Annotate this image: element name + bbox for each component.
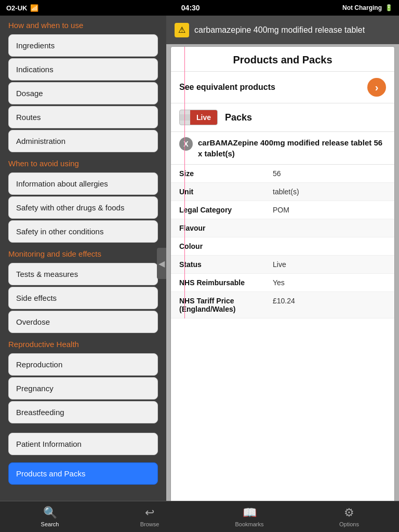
sidebar-item-dosage[interactable]: Dosage [8,82,158,104]
info-row-size: Size 56 [171,165,394,183]
sidebar-item-routes[interactable]: Routes [8,106,158,128]
sidebar-item-tests[interactable]: Tests & measures [8,263,158,285]
info-row-colour: Colour [171,237,394,256]
tab-bar: 🔍 Search ↩ Browse 📖 Bookmarks ⚙ Options [0,501,399,532]
right-panel: ⚠ carbamazepine 400mg modified release t… [166,16,399,511]
info-value-legal: POM [273,206,289,214]
sidebar-item-indications[interactable]: Indications [8,58,158,81]
sidebar-item-ingredients[interactable]: Ingredients [8,34,158,57]
live-toggle[interactable]: Live [179,110,218,125]
see-equivalent-arrow-button[interactable]: › [367,78,386,97]
info-row-nhs-reimbursable: NHS Reimbursable Yes [171,274,394,292]
status-right: Not Charging 🔋 [342,4,393,11]
sidebar[interactable]: How and when to use Ingredients Indicati… [0,16,166,511]
info-row-unit: Unit tablet(s) [171,183,394,201]
status-bar: O2-UK 📶 04:30 Not Charging 🔋 [0,0,399,16]
drug-title: carbamazepine 400mg modified release tab… [194,25,365,35]
sidebar-item-other-conditions[interactable]: Safety in other conditions [8,220,158,243]
info-label-legal: Legal Category [179,206,273,214]
info-row-flavour: Flavour [171,219,394,237]
sidebar-item-pregnancy[interactable]: Pregnancy [8,377,158,400]
warning-symbol: ⚠ [178,25,185,35]
sidebar-item-breastfeeding[interactable]: Breastfeeding [8,401,158,423]
info-row-status: Status Live [171,256,394,274]
section-header-avoid: When to avoid using [0,154,166,171]
toggle-off-state[interactable] [180,114,190,121]
sidebar-item-drugs-foods[interactable]: Safety with other drugs & foods [8,196,158,219]
product-name: carBAMAZepine 400mg modified release tab… [198,137,386,159]
drug-header: ⚠ carbamazepine 400mg modified release t… [166,16,399,44]
battery-icon: 🔋 [385,4,393,11]
info-label-colour: Colour [179,242,273,250]
tab-search[interactable]: 🔍 Search [0,501,100,532]
pink-line-decoration [184,47,185,318]
options-icon: ⚙ [344,506,354,520]
section-header-monitoring: Monitoring and side effects [0,244,166,261]
status-time: 04:30 [181,4,200,12]
section-header-how-when: How and when to use [0,16,166,33]
info-label-size: Size [179,169,273,178]
sidebar-item-products-packs[interactable]: Products and Packs [8,462,158,485]
sidebar-item-overdose[interactable]: Overdose [8,311,158,333]
spacer [0,425,166,431]
carrier-text: O2-UK [6,4,27,12]
scroll-arrow-icon: ◀ [158,259,165,269]
info-row-nhs-tariff: NHS Tariff Price (England/Wales) £10.24 [171,292,394,318]
info-value-nhs-tariff: £10.24 [273,297,295,305]
info-value-size: 56 [273,169,281,178]
info-label-nhs-tariff: NHS Tariff Price (England/Wales) [179,297,273,313]
browse-icon: ↩ [145,506,154,520]
tab-search-label: Search [41,521,59,527]
toggle-row[interactable]: Live Packs [171,103,394,132]
search-icon: 🔍 [43,506,57,520]
tab-options-label: Options [339,521,359,527]
bookmarks-icon: 📖 [243,506,257,520]
info-label-flavour: Flavour [179,224,273,232]
section-header-reproductive: Reproductive Health [0,335,166,352]
info-value-unit: tablet(s) [273,188,299,196]
toggle-on-state[interactable]: Live [190,110,217,125]
scroll-handle[interactable]: ◀ [157,248,166,279]
content-area[interactable]: Products and Packs See equivalent produc… [170,46,395,509]
sidebar-item-reproduction[interactable]: Reproduction [8,353,158,376]
wifi-icon: 📶 [30,4,38,12]
info-label-status: Status [179,260,273,269]
warning-icon: ⚠ [175,23,189,37]
spacer2 [0,457,166,461]
product-remove-button[interactable]: X [179,137,193,151]
sidebar-item-administration[interactable]: Administration [8,130,158,152]
info-row-legal: Legal Category POM [171,201,394,219]
info-label-unit: Unit [179,188,273,196]
tab-bookmarks[interactable]: 📖 Bookmarks [200,501,299,532]
tab-browse[interactable]: ↩ Browse [100,501,200,532]
charging-text: Not Charging [342,4,382,11]
see-equivalent-label: See equivalent products [179,83,275,92]
info-label-nhs-reimbursable: NHS Reimbursable [179,278,273,287]
tab-bookmarks-label: Bookmarks [235,521,263,527]
tab-browse-label: Browse [140,521,159,527]
tab-options[interactable]: ⚙ Options [299,501,399,532]
sidebar-item-side-effects[interactable]: Side effects [8,287,158,309]
info-value-nhs-reimbursable: Yes [273,278,285,287]
see-equivalent-row[interactable]: See equivalent products › [171,72,394,103]
info-value-status: Live [273,260,286,269]
product-info-table: Size 56 Unit tablet(s) Legal Category PO… [171,165,394,318]
status-left: O2-UK 📶 [6,4,38,12]
content-page-title: Products and Packs [171,47,394,72]
product-entry: X carBAMAZepine 400mg modified release t… [171,132,394,165]
sidebar-item-patient-info[interactable]: Patient Information [8,433,158,455]
packs-label: Packs [225,112,252,123]
main-container: How and when to use Ingredients Indicati… [0,16,399,511]
sidebar-item-allergies[interactable]: Information about allergies [8,172,158,195]
